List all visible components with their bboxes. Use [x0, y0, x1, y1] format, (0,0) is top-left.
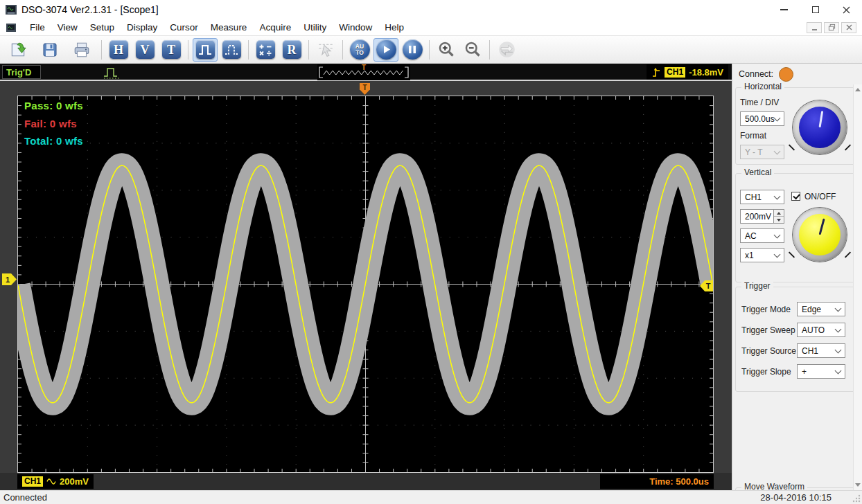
scroll-up-arrow[interactable]	[854, 84, 862, 95]
vertical-knob-face	[799, 214, 841, 255]
trigger-settings-button[interactable]: T	[159, 38, 184, 62]
toolbar-separator	[308, 40, 309, 60]
trigger-group: Trigger Trigger Mode Edge Trigger Sweep …	[735, 287, 856, 392]
volts-per-div-stepper-value: 200mV	[745, 212, 771, 222]
format-value: Y - T	[745, 147, 763, 157]
stepper-down-button[interactable]	[774, 217, 784, 223]
open-file-button[interactable]	[6, 38, 30, 62]
zoom-in-button[interactable]	[434, 38, 459, 62]
probe-select[interactable]: x1	[740, 248, 784, 262]
autoset-label-bottom: TO	[355, 50, 364, 56]
pass-count: Pass: 0 wfs	[24, 100, 83, 111]
menu-setup[interactable]: Setup	[84, 19, 121, 35]
play-icon	[382, 45, 391, 54]
trigger-mode-select[interactable]: Edge	[797, 302, 845, 316]
knob-tick	[789, 251, 795, 258]
maximize-icon	[812, 6, 819, 13]
resize-grip[interactable]	[852, 494, 861, 503]
save-button[interactable]	[37, 38, 62, 62]
menu-cursor[interactable]: Cursor	[164, 19, 204, 35]
volts-per-div-stepper[interactable]: 200mV	[740, 209, 784, 224]
menu-display[interactable]: Display	[121, 19, 164, 35]
reference-button[interactable]: R	[279, 38, 304, 62]
pulse-icon	[197, 42, 213, 57]
trigger-position-marker[interactable]: T	[360, 83, 370, 95]
rising-edge-icon	[651, 65, 661, 79]
trigger-slope-select[interactable]: +	[797, 364, 845, 379]
mdi-restore-button[interactable]	[824, 22, 839, 33]
run-button[interactable]	[373, 38, 398, 62]
menu-file[interactable]: File	[24, 19, 51, 35]
chevron-down-icon	[835, 347, 842, 354]
stepper-up-button[interactable]	[774, 210, 784, 217]
channel-select[interactable]: CH1	[740, 190, 784, 204]
probe-value: x1	[745, 251, 754, 260]
save-icon	[42, 42, 58, 58]
knob-tick	[845, 251, 851, 258]
menu-window[interactable]: Window	[333, 19, 378, 35]
time-div-select[interactable]: 500.0us	[740, 111, 784, 126]
chevron-down-icon	[774, 193, 781, 200]
trigger-source-select[interactable]: CH1	[797, 343, 845, 358]
pass-fail-test-button[interactable]	[193, 38, 218, 62]
channel1-level-marker[interactable]: 1	[2, 273, 17, 285]
vertical-knob[interactable]	[793, 208, 847, 262]
horizontal-knob[interactable]	[793, 100, 847, 154]
menu-view[interactable]: View	[51, 19, 84, 35]
print-button[interactable]	[69, 38, 94, 62]
waveform-preview[interactable]: T	[317, 64, 410, 80]
scroll-down-arrow[interactable]	[854, 480, 862, 490]
connect-indicator[interactable]	[779, 67, 793, 82]
chevron-down-icon	[774, 115, 781, 122]
control-panel: Connect: Horizontal Time / DIV 500.0us F…	[732, 64, 862, 490]
channel-onoff-checkbox[interactable]	[791, 192, 800, 201]
close-button[interactable]	[831, 0, 862, 19]
horizontal-settings-button[interactable]: H	[106, 38, 131, 62]
cursor-measure-button	[313, 38, 338, 62]
chevron-down-icon	[774, 148, 781, 155]
t-button-label: T	[167, 44, 175, 56]
connect-row: Connect:	[739, 66, 793, 82]
chevron-down-icon	[835, 326, 842, 333]
channel-select-value: CH1	[745, 192, 762, 202]
menu-measure[interactable]: Measure	[204, 19, 254, 35]
time-per-div-value: Time: 500.0us	[649, 476, 709, 487]
mdi-close-icon	[846, 24, 852, 30]
format-select: Y - T	[740, 145, 784, 159]
toolbar-separator	[489, 40, 490, 60]
h-button-label: H	[114, 44, 123, 56]
menu-help[interactable]: Help	[378, 19, 410, 35]
print-icon	[73, 41, 91, 59]
horizontal-group: Horizontal Time / DIV 500.0us Format Y -…	[735, 87, 856, 165]
total-count: Total: 0 wfs	[24, 135, 83, 147]
move-waveform-title: Move Waveform	[741, 482, 807, 490]
scope-display[interactable]: Pass: 0 wfs Fail: 0 wfs Total: 0 wfs T	[17, 96, 714, 473]
math-button[interactable]	[253, 38, 278, 62]
swap-arrows-icon	[498, 40, 516, 59]
mdi-minimize-button[interactable]	[807, 22, 822, 33]
title-bar: DSO-3074 Ver2.1.31 - [Scope1]	[0, 0, 862, 19]
trigger-slope-value: +	[802, 367, 807, 377]
autoset-button[interactable]: AU TO	[347, 38, 372, 62]
toolbar-separator	[248, 40, 249, 60]
menu-utility[interactable]: Utility	[297, 19, 333, 35]
pause-button[interactable]	[400, 38, 425, 62]
coupling-select[interactable]: AC	[740, 228, 784, 243]
mask-setup-button[interactable]	[219, 38, 244, 62]
menu-bar: File View Setup Display Cursor Measure A…	[0, 19, 862, 36]
trigger-slope-label: Trigger Slope	[741, 367, 791, 377]
vertical-settings-button[interactable]: V	[132, 38, 157, 62]
maximize-button[interactable]	[800, 0, 831, 19]
scope-grid-svg	[18, 96, 713, 472]
main-area: Trig'D T CH1 -18.8mV	[0, 64, 862, 490]
zoom-out-icon	[464, 40, 482, 59]
minimize-button[interactable]	[768, 0, 800, 19]
chevron-down-icon	[774, 251, 781, 258]
zoom-out-button[interactable]	[460, 38, 485, 62]
panel-scrollbar[interactable]	[853, 84, 862, 490]
ac-coupling-icon	[46, 478, 56, 485]
mdi-close-button[interactable]	[841, 22, 856, 33]
trigger-sweep-select[interactable]: AUTO	[797, 323, 845, 337]
menu-acquire[interactable]: Acquire	[253, 19, 297, 35]
chevron-down-icon	[774, 232, 781, 239]
